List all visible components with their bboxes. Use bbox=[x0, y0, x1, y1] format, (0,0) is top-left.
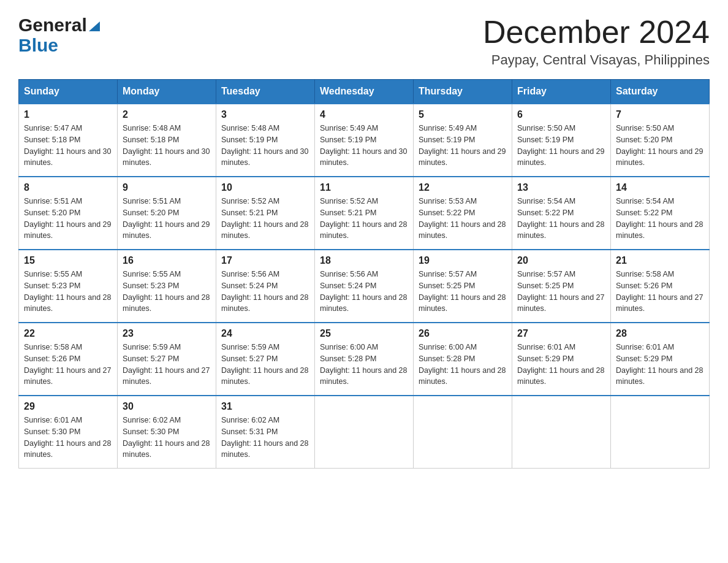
calendar-cell: 5Sunrise: 5:49 AMSunset: 5:19 PMDaylight… bbox=[414, 104, 512, 177]
calendar-cell: 21Sunrise: 5:58 AMSunset: 5:26 PMDayligh… bbox=[611, 250, 710, 323]
day-number: 20 bbox=[517, 255, 605, 266]
day-number: 17 bbox=[221, 255, 309, 266]
calendar-cell: 3Sunrise: 5:48 AMSunset: 5:19 PMDaylight… bbox=[216, 104, 315, 177]
day-info: Sunrise: 5:56 AMSunset: 5:24 PMDaylight:… bbox=[320, 269, 408, 315]
logo-blue: Blue bbox=[18, 35, 100, 55]
column-header-tuesday: Tuesday bbox=[216, 80, 315, 104]
calendar-cell: 11Sunrise: 5:52 AMSunset: 5:21 PMDayligh… bbox=[315, 177, 414, 250]
calendar-title: December 2024 bbox=[483, 15, 710, 50]
calendar-cell: 29Sunrise: 6:01 AMSunset: 5:30 PMDayligh… bbox=[19, 396, 118, 469]
day-number: 24 bbox=[221, 328, 309, 339]
day-number: 28 bbox=[616, 328, 704, 339]
day-info: Sunrise: 5:52 AMSunset: 5:21 PMDaylight:… bbox=[221, 196, 309, 242]
calendar-cell: 17Sunrise: 5:56 AMSunset: 5:24 PMDayligh… bbox=[216, 250, 315, 323]
calendar-cell: 8Sunrise: 5:51 AMSunset: 5:20 PMDaylight… bbox=[19, 177, 118, 250]
calendar-cell: 16Sunrise: 5:55 AMSunset: 5:23 PMDayligh… bbox=[118, 250, 216, 323]
day-info: Sunrise: 5:53 AMSunset: 5:22 PMDaylight:… bbox=[419, 196, 507, 242]
calendar-week-row: 15Sunrise: 5:55 AMSunset: 5:23 PMDayligh… bbox=[19, 250, 710, 323]
calendar-cell: 13Sunrise: 5:54 AMSunset: 5:22 PMDayligh… bbox=[512, 177, 611, 250]
calendar-subtitle: Paypay, Central Visayas, Philippines bbox=[483, 52, 710, 68]
column-header-monday: Monday bbox=[118, 80, 216, 104]
page-header: General Blue December 2024 Paypay, Centr… bbox=[18, 15, 710, 68]
day-info: Sunrise: 5:58 AMSunset: 5:26 PMDaylight:… bbox=[616, 269, 704, 315]
day-info: Sunrise: 5:50 AMSunset: 5:20 PMDaylight:… bbox=[616, 123, 704, 169]
day-number: 23 bbox=[123, 328, 211, 339]
calendar-cell: 9Sunrise: 5:51 AMSunset: 5:20 PMDaylight… bbox=[118, 177, 216, 250]
day-number: 18 bbox=[320, 255, 408, 266]
column-header-friday: Friday bbox=[512, 80, 611, 104]
calendar-table: SundayMondayTuesdayWednesdayThursdayFrid… bbox=[18, 79, 710, 469]
day-number: 26 bbox=[419, 328, 507, 339]
day-info: Sunrise: 5:49 AMSunset: 5:19 PMDaylight:… bbox=[419, 123, 507, 169]
calendar-cell: 12Sunrise: 5:53 AMSunset: 5:22 PMDayligh… bbox=[414, 177, 512, 250]
day-info: Sunrise: 5:51 AMSunset: 5:20 PMDaylight:… bbox=[123, 196, 211, 242]
day-number: 21 bbox=[616, 255, 704, 266]
day-number: 9 bbox=[123, 182, 211, 193]
day-info: Sunrise: 5:59 AMSunset: 5:27 PMDaylight:… bbox=[123, 342, 211, 388]
day-info: Sunrise: 6:02 AMSunset: 5:30 PMDaylight:… bbox=[123, 415, 211, 461]
column-header-wednesday: Wednesday bbox=[315, 80, 414, 104]
calendar-cell: 18Sunrise: 5:56 AMSunset: 5:24 PMDayligh… bbox=[315, 250, 414, 323]
calendar-cell: 14Sunrise: 5:54 AMSunset: 5:22 PMDayligh… bbox=[611, 177, 710, 250]
day-info: Sunrise: 5:57 AMSunset: 5:25 PMDaylight:… bbox=[517, 269, 605, 315]
day-number: 29 bbox=[24, 401, 112, 412]
calendar-cell: 23Sunrise: 5:59 AMSunset: 5:27 PMDayligh… bbox=[118, 323, 216, 396]
day-info: Sunrise: 5:54 AMSunset: 5:22 PMDaylight:… bbox=[517, 196, 605, 242]
calendar-cell: 19Sunrise: 5:57 AMSunset: 5:25 PMDayligh… bbox=[414, 250, 512, 323]
day-info: Sunrise: 6:02 AMSunset: 5:31 PMDaylight:… bbox=[221, 415, 309, 461]
day-number: 8 bbox=[24, 182, 112, 193]
day-info: Sunrise: 6:00 AMSunset: 5:28 PMDaylight:… bbox=[320, 342, 408, 388]
day-info: Sunrise: 6:01 AMSunset: 5:29 PMDaylight:… bbox=[616, 342, 704, 388]
svg-marker-0 bbox=[89, 21, 100, 31]
day-info: Sunrise: 5:48 AMSunset: 5:18 PMDaylight:… bbox=[123, 123, 211, 169]
day-info: Sunrise: 5:52 AMSunset: 5:21 PMDaylight:… bbox=[320, 196, 408, 242]
calendar-cell bbox=[611, 396, 710, 469]
calendar-cell: 6Sunrise: 5:50 AMSunset: 5:19 PMDaylight… bbox=[512, 104, 611, 177]
logo: General Blue bbox=[18, 15, 100, 55]
day-number: 13 bbox=[517, 182, 605, 193]
day-number: 22 bbox=[24, 328, 112, 339]
day-info: Sunrise: 5:56 AMSunset: 5:24 PMDaylight:… bbox=[221, 269, 309, 315]
column-header-sunday: Sunday bbox=[19, 80, 118, 104]
day-number: 25 bbox=[320, 328, 408, 339]
calendar-cell: 28Sunrise: 6:01 AMSunset: 5:29 PMDayligh… bbox=[611, 323, 710, 396]
day-info: Sunrise: 5:55 AMSunset: 5:23 PMDaylight:… bbox=[24, 269, 112, 315]
calendar-cell: 2Sunrise: 5:48 AMSunset: 5:18 PMDaylight… bbox=[118, 104, 216, 177]
calendar-week-row: 29Sunrise: 6:01 AMSunset: 5:30 PMDayligh… bbox=[19, 396, 710, 469]
calendar-cell: 4Sunrise: 5:49 AMSunset: 5:19 PMDaylight… bbox=[315, 104, 414, 177]
calendar-week-row: 1Sunrise: 5:47 AMSunset: 5:18 PMDaylight… bbox=[19, 104, 710, 177]
calendar-cell bbox=[512, 396, 611, 469]
calendar-week-row: 8Sunrise: 5:51 AMSunset: 5:20 PMDaylight… bbox=[19, 177, 710, 250]
day-number: 7 bbox=[616, 109, 704, 120]
calendar-cell: 30Sunrise: 6:02 AMSunset: 5:30 PMDayligh… bbox=[118, 396, 216, 469]
day-number: 1 bbox=[24, 109, 112, 120]
day-info: Sunrise: 5:50 AMSunset: 5:19 PMDaylight:… bbox=[517, 123, 605, 169]
calendar-cell: 20Sunrise: 5:57 AMSunset: 5:25 PMDayligh… bbox=[512, 250, 611, 323]
day-number: 27 bbox=[517, 328, 605, 339]
day-info: Sunrise: 6:01 AMSunset: 5:29 PMDaylight:… bbox=[517, 342, 605, 388]
day-number: 3 bbox=[221, 109, 309, 120]
day-info: Sunrise: 5:55 AMSunset: 5:23 PMDaylight:… bbox=[123, 269, 211, 315]
day-number: 30 bbox=[123, 401, 211, 412]
day-number: 19 bbox=[419, 255, 507, 266]
day-number: 5 bbox=[419, 109, 507, 120]
day-number: 14 bbox=[616, 182, 704, 193]
day-number: 10 bbox=[221, 182, 309, 193]
day-number: 16 bbox=[123, 255, 211, 266]
calendar-cell: 1Sunrise: 5:47 AMSunset: 5:18 PMDaylight… bbox=[19, 104, 118, 177]
day-info: Sunrise: 5:59 AMSunset: 5:27 PMDaylight:… bbox=[221, 342, 309, 388]
title-section: December 2024 Paypay, Central Visayas, P… bbox=[483, 15, 710, 68]
day-info: Sunrise: 6:00 AMSunset: 5:28 PMDaylight:… bbox=[419, 342, 507, 388]
day-info: Sunrise: 5:47 AMSunset: 5:18 PMDaylight:… bbox=[24, 123, 112, 169]
day-number: 2 bbox=[123, 109, 211, 120]
calendar-header-row: SundayMondayTuesdayWednesdayThursdayFrid… bbox=[19, 80, 710, 104]
calendar-cell bbox=[315, 396, 414, 469]
calendar-cell: 7Sunrise: 5:50 AMSunset: 5:20 PMDaylight… bbox=[611, 104, 710, 177]
day-number: 11 bbox=[320, 182, 408, 193]
calendar-cell: 10Sunrise: 5:52 AMSunset: 5:21 PMDayligh… bbox=[216, 177, 315, 250]
calendar-cell: 27Sunrise: 6:01 AMSunset: 5:29 PMDayligh… bbox=[512, 323, 611, 396]
logo-general: General bbox=[18, 15, 100, 35]
calendar-cell: 15Sunrise: 5:55 AMSunset: 5:23 PMDayligh… bbox=[19, 250, 118, 323]
day-number: 12 bbox=[419, 182, 507, 193]
column-header-saturday: Saturday bbox=[611, 80, 710, 104]
